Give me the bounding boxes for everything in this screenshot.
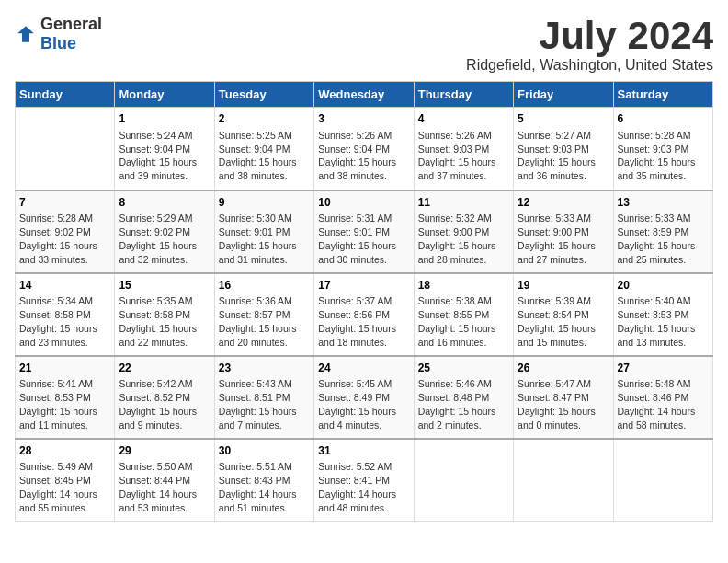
- day-info: Sunrise: 5:28 AM Sunset: 9:02 PM Dayligh…: [19, 212, 110, 266]
- header-sunday: Sunday: [16, 82, 115, 108]
- calendar-cell: 1Sunrise: 5:24 AM Sunset: 9:04 PM Daylig…: [115, 108, 214, 190]
- day-number: 26: [518, 361, 609, 376]
- day-number: 30: [219, 443, 310, 459]
- calendar-cell: 13Sunrise: 5:33 AM Sunset: 8:59 PM Dayli…: [613, 190, 712, 273]
- calendar-cell: [613, 439, 712, 522]
- calendar-cell: 25Sunrise: 5:46 AM Sunset: 8:48 PM Dayli…: [414, 356, 513, 439]
- day-number: 15: [119, 278, 210, 293]
- day-info: Sunrise: 5:26 AM Sunset: 9:04 PM Dayligh…: [318, 129, 409, 183]
- day-info: Sunrise: 5:29 AM Sunset: 9:02 PM Dayligh…: [119, 212, 210, 266]
- day-number: 3: [318, 111, 409, 127]
- day-info: Sunrise: 5:32 AM Sunset: 9:00 PM Dayligh…: [418, 212, 509, 266]
- calendar-cell: 14Sunrise: 5:34 AM Sunset: 8:58 PM Dayli…: [16, 273, 115, 356]
- day-info: Sunrise: 5:45 AM Sunset: 8:49 PM Dayligh…: [318, 377, 409, 431]
- day-info: Sunrise: 5:52 AM Sunset: 8:41 PM Dayligh…: [318, 460, 409, 514]
- calendar-cell: 29Sunrise: 5:50 AM Sunset: 8:44 PM Dayli…: [115, 439, 214, 522]
- day-number: 9: [219, 195, 310, 211]
- day-info: Sunrise: 5:30 AM Sunset: 9:01 PM Dayligh…: [219, 212, 310, 266]
- day-number: 18: [418, 278, 509, 293]
- day-number: 14: [19, 278, 110, 293]
- logo-text: General Blue: [40, 15, 102, 53]
- calendar-cell: 5Sunrise: 5:27 AM Sunset: 9:03 PM Daylig…: [514, 108, 613, 190]
- calendar-cell: 20Sunrise: 5:40 AM Sunset: 8:53 PM Dayli…: [613, 273, 712, 356]
- calendar-cell: 6Sunrise: 5:28 AM Sunset: 9:03 PM Daylig…: [613, 108, 712, 190]
- day-info: Sunrise: 5:42 AM Sunset: 8:52 PM Dayligh…: [119, 377, 210, 431]
- day-info: Sunrise: 5:36 AM Sunset: 8:57 PM Dayligh…: [219, 294, 310, 349]
- calendar-table: SundayMondayTuesdayWednesdayThursdayFrid…: [15, 81, 713, 522]
- calendar-cell: 31Sunrise: 5:52 AM Sunset: 8:41 PM Dayli…: [314, 439, 414, 522]
- day-info: Sunrise: 5:50 AM Sunset: 8:44 PM Dayligh…: [119, 460, 210, 514]
- day-number: 21: [19, 361, 110, 376]
- header-thursday: Thursday: [414, 82, 513, 108]
- day-number: 27: [618, 361, 709, 376]
- header-row: SundayMondayTuesdayWednesdayThursdayFrid…: [16, 82, 713, 108]
- week-row-2: 7Sunrise: 5:28 AM Sunset: 9:02 PM Daylig…: [16, 190, 713, 273]
- day-info: Sunrise: 5:38 AM Sunset: 8:55 PM Dayligh…: [418, 294, 509, 349]
- logo: General Blue: [15, 15, 102, 53]
- calendar-cell: 4Sunrise: 5:26 AM Sunset: 9:03 PM Daylig…: [414, 108, 513, 190]
- day-info: Sunrise: 5:49 AM Sunset: 8:45 PM Dayligh…: [19, 460, 110, 514]
- day-number: 6: [618, 111, 709, 127]
- header-friday: Friday: [514, 82, 613, 108]
- week-row-1: 1Sunrise: 5:24 AM Sunset: 9:04 PM Daylig…: [16, 108, 713, 190]
- week-row-4: 21Sunrise: 5:41 AM Sunset: 8:53 PM Dayli…: [16, 356, 713, 439]
- day-info: Sunrise: 5:27 AM Sunset: 9:03 PM Dayligh…: [518, 129, 609, 183]
- day-info: Sunrise: 5:33 AM Sunset: 8:59 PM Dayligh…: [618, 212, 709, 266]
- week-row-5: 28Sunrise: 5:49 AM Sunset: 8:45 PM Dayli…: [16, 439, 713, 522]
- day-number: 31: [318, 443, 409, 459]
- header-wednesday: Wednesday: [314, 82, 414, 108]
- day-info: Sunrise: 5:31 AM Sunset: 9:01 PM Dayligh…: [318, 212, 409, 266]
- calendar-cell: 24Sunrise: 5:45 AM Sunset: 8:49 PM Dayli…: [314, 356, 414, 439]
- calendar-cell: 2Sunrise: 5:25 AM Sunset: 9:04 PM Daylig…: [214, 108, 313, 190]
- calendar-cell: 11Sunrise: 5:32 AM Sunset: 9:00 PM Dayli…: [414, 190, 513, 273]
- logo-icon: [15, 23, 37, 45]
- day-info: Sunrise: 5:25 AM Sunset: 9:04 PM Dayligh…: [219, 129, 310, 183]
- calendar-cell: 27Sunrise: 5:48 AM Sunset: 8:46 PM Dayli…: [613, 356, 712, 439]
- calendar-cell: 23Sunrise: 5:43 AM Sunset: 8:51 PM Dayli…: [214, 356, 313, 439]
- day-number: 1: [119, 111, 210, 127]
- calendar-cell: [414, 439, 513, 522]
- header-monday: Monday: [115, 82, 214, 108]
- day-number: 12: [518, 195, 609, 211]
- day-info: Sunrise: 5:35 AM Sunset: 8:58 PM Dayligh…: [119, 294, 210, 349]
- calendar-cell: 22Sunrise: 5:42 AM Sunset: 8:52 PM Dayli…: [115, 356, 214, 439]
- main-title: July 2024: [466, 15, 713, 57]
- day-number: 19: [518, 278, 609, 293]
- title-section: July 2024 Ridgefield, Washington, United…: [466, 15, 713, 74]
- day-info: Sunrise: 5:37 AM Sunset: 8:56 PM Dayligh…: [318, 294, 409, 349]
- day-number: 10: [318, 195, 409, 211]
- calendar-cell: 12Sunrise: 5:33 AM Sunset: 9:00 PM Dayli…: [514, 190, 613, 273]
- day-number: 11: [418, 195, 509, 211]
- day-info: Sunrise: 5:40 AM Sunset: 8:53 PM Dayligh…: [618, 294, 709, 349]
- day-number: 2: [219, 111, 310, 127]
- day-number: 7: [19, 195, 110, 211]
- day-number: 28: [19, 443, 110, 459]
- day-info: Sunrise: 5:48 AM Sunset: 8:46 PM Dayligh…: [618, 377, 709, 431]
- calendar-cell: 17Sunrise: 5:37 AM Sunset: 8:56 PM Dayli…: [314, 273, 414, 356]
- day-info: Sunrise: 5:26 AM Sunset: 9:03 PM Dayligh…: [418, 129, 509, 183]
- day-number: 22: [119, 361, 210, 376]
- calendar-cell: 15Sunrise: 5:35 AM Sunset: 8:58 PM Dayli…: [115, 273, 214, 356]
- svg-marker-0: [17, 26, 34, 42]
- calendar-cell: [16, 108, 115, 190]
- day-info: Sunrise: 5:39 AM Sunset: 8:54 PM Dayligh…: [518, 294, 609, 349]
- day-number: 17: [318, 278, 409, 293]
- day-number: 5: [518, 111, 609, 127]
- day-info: Sunrise: 5:28 AM Sunset: 9:03 PM Dayligh…: [618, 129, 709, 183]
- page-header: General Blue July 2024 Ridgefield, Washi…: [15, 15, 713, 74]
- day-number: 24: [318, 361, 409, 376]
- day-info: Sunrise: 5:33 AM Sunset: 9:00 PM Dayligh…: [518, 212, 609, 266]
- calendar-cell: 10Sunrise: 5:31 AM Sunset: 9:01 PM Dayli…: [314, 190, 414, 273]
- day-number: 4: [418, 111, 509, 127]
- header-saturday: Saturday: [613, 82, 712, 108]
- header-tuesday: Tuesday: [214, 82, 313, 108]
- calendar-cell: 7Sunrise: 5:28 AM Sunset: 9:02 PM Daylig…: [16, 190, 115, 273]
- day-info: Sunrise: 5:43 AM Sunset: 8:51 PM Dayligh…: [219, 377, 310, 431]
- day-info: Sunrise: 5:34 AM Sunset: 8:58 PM Dayligh…: [19, 294, 110, 349]
- day-number: 16: [219, 278, 310, 293]
- calendar-cell: 21Sunrise: 5:41 AM Sunset: 8:53 PM Dayli…: [16, 356, 115, 439]
- subtitle: Ridgefield, Washington, United States: [466, 57, 713, 74]
- calendar-cell: 28Sunrise: 5:49 AM Sunset: 8:45 PM Dayli…: [16, 439, 115, 522]
- calendar-cell: 30Sunrise: 5:51 AM Sunset: 8:43 PM Dayli…: [214, 439, 313, 522]
- day-info: Sunrise: 5:24 AM Sunset: 9:04 PM Dayligh…: [119, 129, 210, 183]
